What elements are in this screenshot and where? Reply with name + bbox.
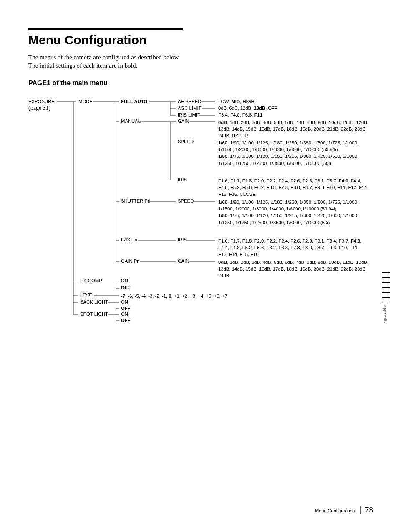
mode-label: MODE <box>78 99 93 104</box>
ae-speed-vals: LOW, MID, HIGH <box>218 99 254 104</box>
shutter-speed-vals: 1/60, 1/90, 1/100, 1/125, 1/180, 1/250, … <box>218 199 368 226</box>
manual-speed-label: SPEED <box>178 139 194 144</box>
excomp-on: ON <box>121 279 128 283</box>
manual-iris-label: IRIS <box>178 177 187 182</box>
page-number: 73 <box>360 506 373 514</box>
gain-pri-vals: 0dB, 1dB, 2dB, 3dB, 4dB, 5dB, 6dB, 7dB, … <box>218 259 368 279</box>
page-title: Menu Configuration <box>28 33 373 47</box>
ex-comp-label: EX-COMP <box>80 279 102 283</box>
thumb-tab: Appendix <box>380 272 390 326</box>
shutter-pri-label: SHUTTER Pri <box>121 199 150 203</box>
full-auto-label: FULL AUTO <box>121 99 147 104</box>
agc-limit-vals: 0dB, 6dB, 12dB, 18dB, OFF <box>218 106 277 111</box>
exposure-label: EXPOSURE <box>28 99 55 104</box>
iris-limit-label: IRIS LIMIT <box>178 113 200 117</box>
manual-speed-vals: 1/60, 1/90, 1/100, 1/125, 1/180, 1/250, … <box>218 139 368 167</box>
manual-iris-vals: F1.6, F1.7, F1.8, F2.0, F2.2, F2.4, F2.6… <box>218 177 368 198</box>
backlight-on: ON <box>121 300 128 304</box>
intro-text: The menus of the camera are configured a… <box>28 53 373 70</box>
tab-label: Appendix <box>383 305 387 324</box>
section-heading: PAGE1 of the main menu <box>28 79 373 87</box>
iris-pri-vals: F1.6, F1.7, F1.8, F2.0, F2.2, F2.4, F2.6… <box>218 238 368 258</box>
irispri-iris-label: IRIS <box>178 238 187 242</box>
ae-speed-label: AE SPEED <box>178 99 202 104</box>
shutter-speed-label: SPEED <box>178 199 194 203</box>
spot-light-label: SPOT LIGHT <box>80 312 108 317</box>
page-ref: (page 31) <box>28 105 50 111</box>
manual-gain-label: GAIN <box>178 119 189 124</box>
agc-limit-label: AGC LIMIT <box>178 106 202 111</box>
intro-line1: The menus of the camera are configured a… <box>28 54 180 61</box>
back-light-label: BACK LIGHT <box>80 300 108 304</box>
level-vals: -7, -6, -5, -4, -3, -2, -1, 0, +1, +2, +… <box>121 293 288 299</box>
spotlight-off: OFF <box>121 318 131 323</box>
manual-label: MANUAL <box>121 119 141 124</box>
manual-gain-vals: 0dB, 1dB, 2dB, 3dB, 4dB, 5dB, 6dB, 7dB, … <box>218 119 368 139</box>
iris-limit-vals: F3.4, F4.0, F6.8, F11 <box>218 113 262 117</box>
heading-rule <box>28 28 183 30</box>
level-label: LEVEL <box>80 293 95 297</box>
excomp-off: OFF <box>121 286 131 290</box>
gain-pri-label: GAIN Pri <box>121 259 140 263</box>
menu-tree: EXPOSURE (page 31) MODE FULL AUTO MANUAL… <box>28 99 373 332</box>
gainpri-gain-label: GAIN <box>178 259 189 263</box>
intro-line2: The initial settings of each item are in… <box>28 62 137 69</box>
page-footer: Menu Configuration 73 <box>315 506 373 514</box>
spotlight-on: ON <box>121 312 128 317</box>
footer-title: Menu Configuration <box>315 508 355 513</box>
backlight-off: OFF <box>121 306 131 311</box>
iris-pri-label: IRIS Pri <box>121 238 137 242</box>
tab-stripes-icon <box>382 272 390 301</box>
